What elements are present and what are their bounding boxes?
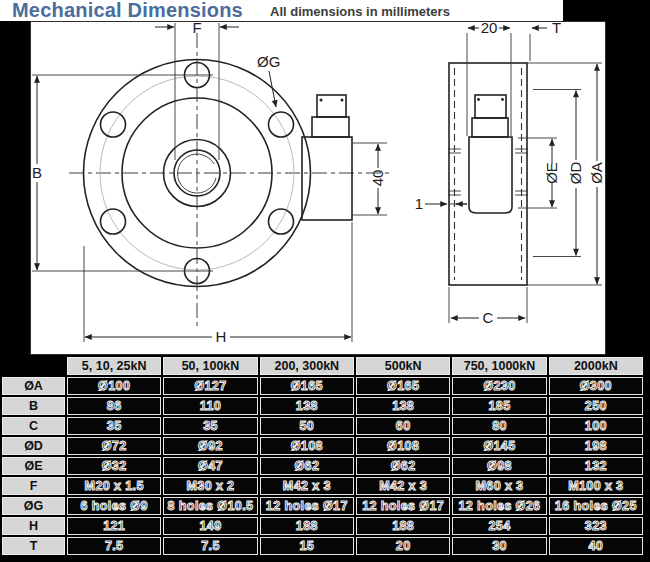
table-value-cell: 198 (549, 437, 643, 455)
table-value-cell: M100 x 3 (549, 477, 643, 495)
table-value-cell: Ø32 (67, 457, 161, 475)
table-value-cell: 121 (67, 517, 161, 535)
connector-screw (320, 99, 323, 102)
table-value-cell: M42 x 3 (356, 477, 450, 495)
column-header: 200, 300kN (260, 357, 354, 375)
table-value-cell: 35 (163, 417, 257, 435)
table-value-cell: 185 (452, 397, 546, 415)
row-header: ØE (2, 457, 65, 475)
table-value-cell: M42 x 3 (260, 477, 354, 495)
table-value-cell: 12 holes Ø17 (356, 497, 450, 515)
table-value-cell: Ø165 (356, 377, 450, 395)
table-value-cell: 7.5 (163, 537, 257, 555)
row-header: ØD (2, 437, 65, 455)
table-value-cell: 20 (356, 537, 450, 555)
dim-label-od: ØD (567, 162, 584, 185)
dim-label-og: ØG (257, 53, 280, 70)
row-header: ØG (2, 497, 65, 515)
table-value-cell: Ø62 (260, 457, 354, 475)
table-value-cell: Ø108 (356, 437, 450, 455)
table-value-cell: Ø72 (67, 437, 161, 455)
table-value-cell: M20 x 1.5 (67, 477, 161, 495)
datasheet-page: { "title": "Mechanical Dimensions", "sub… (0, 0, 650, 562)
table-value-cell: Ø230 (452, 377, 546, 395)
column-header: 750, 1000kN (452, 357, 546, 375)
table-value-cell: Ø62 (356, 457, 450, 475)
row-header: F (2, 477, 65, 495)
dimensions-table: 5, 10, 25kN50, 100kN200, 300kN500kN750, … (2, 357, 643, 555)
table-value-cell: 12 holes Ø17 (260, 497, 354, 515)
table-value-cell: 7.5 (67, 537, 161, 555)
connector-screw (341, 99, 344, 102)
dim-label-t: T (552, 21, 561, 36)
dim-label-h: H (216, 328, 227, 345)
table-value-cell: Ø47 (163, 457, 257, 475)
page-subtitle: All dimensions in millimeters (270, 4, 450, 19)
title-band: Mechanical Dimensions All dimensions in … (0, 0, 563, 21)
table-value-cell: 35 (67, 417, 161, 435)
table-value-cell: 30 (452, 537, 546, 555)
dim-label-b: B (32, 164, 42, 181)
table-value-cell: 188 (260, 517, 354, 535)
table-value-cell: 15 (260, 537, 354, 555)
table-value-cell: 86 (67, 397, 161, 415)
table-value-cell: 16 holes Ø25 (549, 497, 643, 515)
table-value-cell: 12 holes Ø26 (452, 497, 546, 515)
row-header: T (2, 537, 65, 555)
row-header: ØA (2, 377, 65, 395)
column-header: 500kN (356, 357, 450, 375)
table-value-cell: Ø100 (67, 377, 161, 395)
table-value-cell: 110 (163, 397, 257, 415)
table-value-cell: Ø92 (163, 437, 257, 455)
table-value-cell: 250 (549, 397, 643, 415)
dim-label-40: 40 (369, 170, 386, 187)
table-value-cell: 132 (549, 457, 643, 475)
column-header: 5, 10, 25kN (67, 357, 161, 375)
dim-label-oe: ØE (543, 162, 560, 184)
dim-label-f: F (192, 21, 201, 36)
table-value-cell: 8 holes Ø10.5 (163, 497, 257, 515)
table-value-cell: 6 holes Ø9 (67, 497, 161, 515)
table-value-cell: 254 (452, 517, 546, 535)
table-value-cell: 60 (356, 417, 450, 435)
table-value-cell: 40 (549, 537, 643, 555)
table-value-cell: 138 (356, 397, 450, 415)
dim-label-c: C (483, 309, 494, 326)
table-value-cell: Ø127 (163, 377, 257, 395)
table-value-cell: 149 (163, 517, 257, 535)
table-value-cell: 323 (549, 517, 643, 535)
connector-screw (477, 98, 480, 101)
table-value-cell: 188 (356, 517, 450, 535)
row-header: H (2, 517, 65, 535)
column-header: 2000kN (549, 357, 643, 375)
row-header: C (2, 417, 65, 435)
table-value-cell: Ø165 (260, 377, 354, 395)
dim-label-oa: ØA (588, 162, 605, 184)
table-value-cell: Ø108 (260, 437, 354, 455)
table-value-cell: Ø300 (549, 377, 643, 395)
table-value-cell: 50 (260, 417, 354, 435)
table-value-cell: Ø98 (452, 457, 546, 475)
table-value-cell: M60 x 3 (452, 477, 546, 495)
drawing-panel: F ØG B 40 H (30, 21, 606, 355)
column-header: 50, 100kN (163, 357, 257, 375)
table-value-cell: 80 (452, 417, 546, 435)
page-title: Mechanical Dimensions (12, 0, 243, 22)
row-header: B (2, 397, 65, 415)
connector-screw (501, 98, 504, 101)
table-value-cell: M30 x 2 (163, 477, 257, 495)
dim-label-1: 1 (415, 195, 423, 212)
table-value-cell: 100 (549, 417, 643, 435)
table-value-cell: Ø145 (452, 437, 546, 455)
table-value-cell: 138 (260, 397, 354, 415)
mechanical-drawing: F ØG B 40 H (30, 21, 606, 355)
dim-label-20: 20 (481, 21, 498, 36)
table-corner-cell (2, 357, 65, 375)
